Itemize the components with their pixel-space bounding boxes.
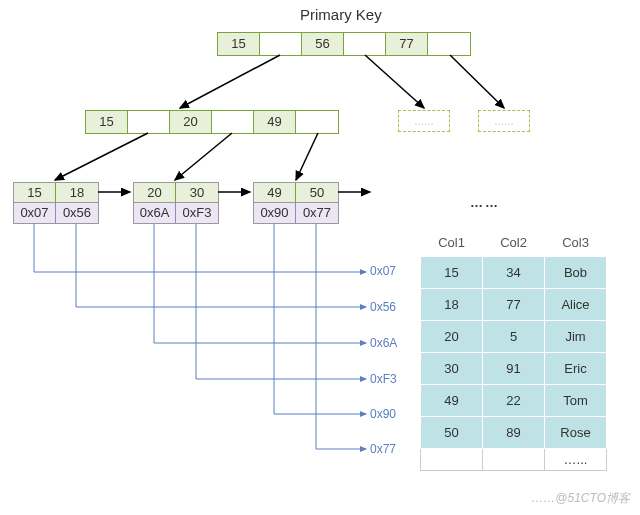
cell: Tom	[545, 384, 607, 416]
mid-ptr-blank-0	[128, 111, 170, 133]
cell: Eric	[545, 352, 607, 384]
data-table: Col1 Col2 Col3 15 34 Bob 18 77 Alice 20 …	[420, 230, 607, 471]
ptr-label-2: 0x6A	[370, 336, 397, 350]
ptr-label-3: 0xF3	[370, 372, 397, 386]
cell: 30	[421, 352, 483, 384]
cell: Rose	[545, 416, 607, 448]
svg-line-2	[450, 55, 504, 108]
btree-ghost-node: ……	[398, 110, 450, 132]
leaf1-ptr-1: 0xF3	[176, 203, 218, 223]
btree-internal-node: 15 20 49	[85, 110, 339, 134]
table-row: 30 91 Eric	[421, 352, 607, 384]
watermark-text: ……@51CTO博客	[531, 490, 630, 507]
root-key-1: 56	[302, 33, 344, 55]
cell	[421, 448, 483, 470]
table-row: 18 77 Alice	[421, 288, 607, 320]
leaf-ellipsis: ……	[470, 195, 500, 210]
btree-root-node: 15 56 77	[217, 32, 471, 56]
table-row: 15 34 Bob	[421, 256, 607, 288]
leaf0-ptr-1: 0x56	[56, 203, 98, 223]
btree-leaf-0: 15 18 0x07 0x56	[13, 182, 99, 224]
svg-line-1	[365, 55, 424, 108]
cell: 34	[483, 256, 545, 288]
cell	[483, 448, 545, 470]
mid-ptr-blank-1	[212, 111, 254, 133]
svg-line-0	[180, 55, 280, 108]
root-ptr-blank-0	[260, 33, 302, 55]
leaf1-ptr-0: 0x6A	[134, 203, 176, 223]
root-ptr-blank-1	[344, 33, 386, 55]
cell: 77	[483, 288, 545, 320]
ptr-label-4: 0x90	[370, 407, 396, 421]
leaf2-key-1: 50	[296, 183, 338, 203]
svg-line-3	[55, 133, 148, 180]
mid-key-1: 20	[170, 111, 212, 133]
leaf2-key-0: 49	[254, 183, 296, 203]
cell: 15	[421, 256, 483, 288]
cell: 22	[483, 384, 545, 416]
col-header-2: Col2	[483, 230, 545, 256]
btree-leaf-1: 20 30 0x6A 0xF3	[133, 182, 219, 224]
btree-leaf-2: 49 50 0x90 0x77	[253, 182, 339, 224]
page-title: Primary Key	[300, 6, 382, 23]
cell: 91	[483, 352, 545, 384]
leaf2-ptr-1: 0x77	[296, 203, 338, 223]
root-key-0: 15	[218, 33, 260, 55]
table-row: 20 5 Jim	[421, 320, 607, 352]
ptr-label-5: 0x77	[370, 442, 396, 456]
leaf0-ptr-0: 0x07	[14, 203, 56, 223]
table-row-empty: …...	[421, 448, 607, 470]
cell: Jim	[545, 320, 607, 352]
table-row: 50 89 Rose	[421, 416, 607, 448]
cell: Alice	[545, 288, 607, 320]
cell: 5	[483, 320, 545, 352]
cell: 49	[421, 384, 483, 416]
mid-key-0: 15	[86, 111, 128, 133]
leaf0-key-0: 15	[14, 183, 56, 203]
cell: 20	[421, 320, 483, 352]
col-header-1: Col1	[421, 230, 483, 256]
mid-ptr-blank-2	[296, 111, 338, 133]
leaf0-key-1: 18	[56, 183, 98, 203]
leaf2-ptr-0: 0x90	[254, 203, 296, 223]
leaf1-key-0: 20	[134, 183, 176, 203]
mid-key-2: 49	[254, 111, 296, 133]
ptr-label-1: 0x56	[370, 300, 396, 314]
cell: 89	[483, 416, 545, 448]
table-row: 49 22 Tom	[421, 384, 607, 416]
cell: 50	[421, 416, 483, 448]
ptr-label-0: 0x07	[370, 264, 396, 278]
svg-line-4	[175, 133, 232, 180]
root-ptr-blank-2	[428, 33, 470, 55]
cell: …...	[545, 448, 607, 470]
leaf1-key-1: 30	[176, 183, 218, 203]
svg-line-5	[296, 133, 318, 180]
col-header-3: Col3	[545, 230, 607, 256]
cell: 18	[421, 288, 483, 320]
root-key-2: 77	[386, 33, 428, 55]
btree-ghost-node: ……	[478, 110, 530, 132]
cell: Bob	[545, 256, 607, 288]
